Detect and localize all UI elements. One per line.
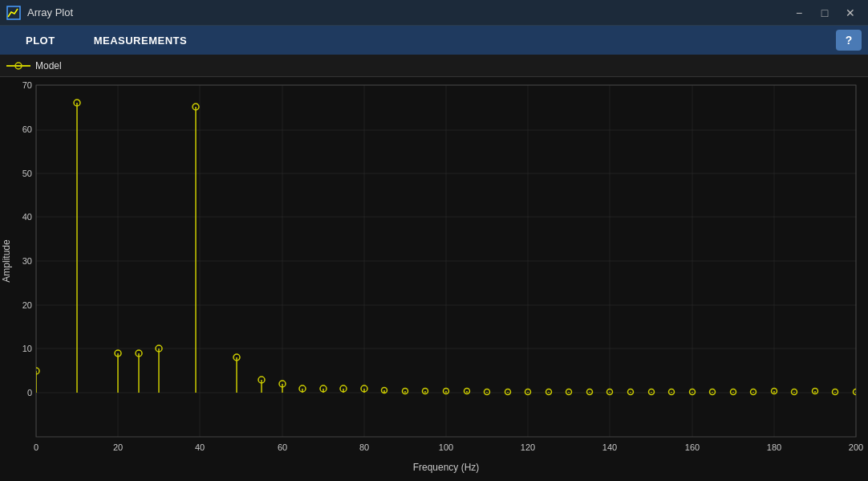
svg-text:160: 160 [685,442,700,452]
legend-item-model: Model [6,60,62,71]
window-controls: − □ ✕ [788,5,862,21]
svg-text:120: 120 [521,442,535,452]
menu-item-plot[interactable]: PLOT [6,26,75,55]
menu-item-measurements[interactable]: MEASUREMENTS [75,26,207,55]
svg-text:60: 60 [278,442,287,452]
svg-text:140: 140 [602,442,617,452]
svg-text:40: 40 [195,442,205,452]
x-axis-label: Frequency (Hz) [413,462,480,473]
svg-text:20: 20 [22,300,32,310]
window-title: Array Plot [27,6,781,18]
help-button[interactable]: ? [836,30,862,51]
legend-label: Model [35,60,62,71]
menubar: PLOT MEASUREMENTS ? [0,26,868,55]
svg-text:0: 0 [27,388,32,397]
svg-text:60: 60 [22,124,32,134]
y-axis-label: Amplitude [1,239,12,283]
svg-text:200: 200 [849,442,863,452]
svg-text:180: 180 [767,442,781,452]
svg-text:0: 0 [34,442,39,452]
svg-text:30: 30 [22,256,32,266]
chart-svg: 70 60 50 40 30 20 10 0 Amplitude 0 20 40… [0,77,868,481]
minimize-button[interactable]: − [788,5,810,21]
svg-text:70: 70 [22,80,32,90]
svg-rect-3 [0,77,868,481]
maximize-button[interactable]: □ [813,5,836,21]
app-icon [6,6,21,20]
svg-text:80: 80 [359,442,369,452]
svg-text:50: 50 [22,169,32,178]
chart-area: 70 60 50 40 30 20 10 0 Amplitude 0 20 40… [0,77,868,481]
legend-bar: Model [0,55,868,77]
svg-text:20: 20 [113,442,123,452]
titlebar: Array Plot − □ ✕ [0,0,868,26]
legend-symbol [6,60,30,71]
svg-text:100: 100 [439,442,453,452]
svg-text:40: 40 [22,212,32,222]
svg-text:10: 10 [22,344,32,353]
close-button[interactable]: ✕ [839,5,862,21]
